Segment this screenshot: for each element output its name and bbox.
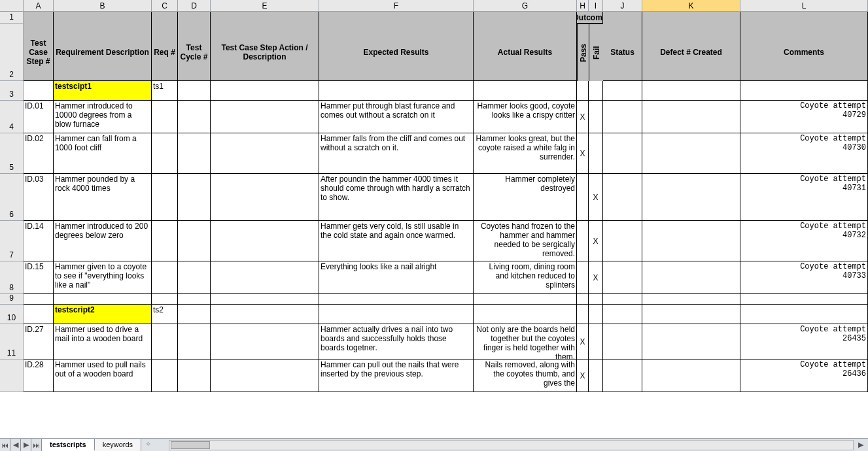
col-header-F[interactable]: F xyxy=(319,0,474,12)
cell-9-L[interactable] xyxy=(740,294,868,305)
cell-9-A[interactable] xyxy=(24,294,54,305)
cell-5-I[interactable] xyxy=(589,133,603,174)
cell-11-C[interactable] xyxy=(152,324,178,359)
cell-5-B[interactable]: Hammer can fall from a 1000 foot cliff xyxy=(54,133,152,174)
cell-9-F[interactable] xyxy=(319,294,474,305)
cell-3-G[interactable] xyxy=(474,81,577,101)
cell-12-E[interactable] xyxy=(211,359,319,392)
cell-11-L[interactable]: Coyote attempt26435 xyxy=(740,324,868,359)
cell-7-L[interactable]: Coyote attempt40732 xyxy=(740,221,868,261)
cell-8-G[interactable]: Living room, dining room and kitchen red… xyxy=(474,261,577,294)
cell-12-H[interactable]: X xyxy=(577,359,589,392)
cell-3-J[interactable] xyxy=(603,81,642,101)
row-header-10[interactable]: 10 xyxy=(0,305,24,324)
cell-10-L[interactable] xyxy=(740,305,868,324)
cell-10-A[interactable] xyxy=(24,305,54,324)
cell-12-B[interactable]: Hammer used to pull nails out of a woode… xyxy=(54,359,152,392)
cell-4-H[interactable]: X xyxy=(577,101,589,133)
col-header-A[interactable]: A xyxy=(24,0,54,12)
cell-9-K[interactable] xyxy=(642,294,740,305)
cell-7-A[interactable]: ID.14 xyxy=(24,221,54,261)
cell-6-F[interactable]: After poundin the hammer 4000 times it s… xyxy=(319,174,474,221)
cell-9-G[interactable] xyxy=(474,294,577,305)
cell-3-C[interactable]: ts1 xyxy=(152,81,178,101)
cell-12-C[interactable] xyxy=(152,359,178,392)
cell-8-H[interactable] xyxy=(577,261,589,294)
cell-4-E[interactable] xyxy=(211,101,319,133)
cell-7-D[interactable] xyxy=(178,221,211,261)
cell-8-A[interactable]: ID.15 xyxy=(24,261,54,294)
cell-6-I[interactable]: X xyxy=(589,174,603,221)
cell-10-I[interactable] xyxy=(589,305,603,324)
cell-4-A[interactable]: ID.01 xyxy=(24,101,54,133)
cell-3-K[interactable] xyxy=(642,81,740,101)
cell-3-H[interactable] xyxy=(577,81,589,101)
cell-6-C[interactable] xyxy=(152,174,178,221)
cell-6-J[interactable] xyxy=(603,174,642,221)
cell-10-B[interactable]: testscript2 xyxy=(54,305,152,324)
cell-7-K[interactable] xyxy=(642,221,740,261)
row-header-1[interactable]: 1 xyxy=(0,12,24,24)
cell-4-C[interactable] xyxy=(152,101,178,133)
cell-10-D[interactable] xyxy=(178,305,211,324)
cell-12-K[interactable] xyxy=(642,359,740,392)
cell-4-F[interactable]: Hammer put through blast furance and com… xyxy=(319,101,474,133)
col-header-L[interactable]: L xyxy=(740,0,868,12)
tab-nav-last[interactable]: ⏭ xyxy=(31,439,42,451)
cell-4-K[interactable] xyxy=(642,101,740,133)
cell-11-D[interactable] xyxy=(178,324,211,359)
cell-5-C[interactable] xyxy=(152,133,178,174)
row-header-5[interactable]: 5 xyxy=(0,133,24,174)
cell-11-E[interactable] xyxy=(211,324,319,359)
col-header-I[interactable]: I xyxy=(589,0,603,12)
cell-11-J[interactable] xyxy=(603,324,642,359)
cell-11-G[interactable]: Not only are the boards held together bu… xyxy=(474,324,577,359)
row-header-4[interactable]: 4 xyxy=(0,101,24,133)
cell-4-J[interactable] xyxy=(603,101,642,133)
horizontal-scroll-thumb[interactable] xyxy=(171,441,210,449)
select-all-corner[interactable] xyxy=(0,0,24,12)
cell-8-I[interactable]: X xyxy=(589,261,603,294)
cell-10-J[interactable] xyxy=(603,305,642,324)
cell-5-F[interactable]: Hammer falls from the cliff and comes ou… xyxy=(319,133,474,174)
cell-4-G[interactable]: Hammer looks good, coyote looks like a c… xyxy=(474,101,577,133)
cell-11-A[interactable]: ID.27 xyxy=(24,324,54,359)
cell-11-F[interactable]: Hammer actually drives a nail into two b… xyxy=(319,324,474,359)
cell-8-C[interactable] xyxy=(152,261,178,294)
cell-8-K[interactable] xyxy=(642,261,740,294)
cell-7-E[interactable] xyxy=(211,221,319,261)
cell-3-D[interactable] xyxy=(178,81,211,101)
cell-11-I[interactable] xyxy=(589,324,603,359)
row-header-2[interactable]: 2 xyxy=(0,24,24,81)
cell-5-D[interactable] xyxy=(178,133,211,174)
row-header-12[interactable] xyxy=(0,359,24,392)
cell-11-H[interactable]: X xyxy=(577,324,589,359)
cell-6-K[interactable] xyxy=(642,174,740,221)
cell-3-I[interactable] xyxy=(589,81,603,101)
cell-7-I[interactable]: X xyxy=(589,221,603,261)
cell-12-L[interactable]: Coyote attempt26436 xyxy=(740,359,868,392)
cell-11-B[interactable]: Hammer used to drive a mail into a woode… xyxy=(54,324,152,359)
cell-5-K[interactable] xyxy=(642,133,740,174)
col-header-G[interactable]: G xyxy=(474,0,577,12)
cell-9-J[interactable] xyxy=(603,294,642,305)
cell-4-B[interactable]: Hammer introduced to 10000 degrees from … xyxy=(54,101,152,133)
cell-7-G[interactable]: Coyotes hand frozen to the hammer and ha… xyxy=(474,221,577,261)
cell-3-F[interactable] xyxy=(319,81,474,101)
cell-4-I[interactable] xyxy=(589,101,603,133)
cell-10-G[interactable] xyxy=(474,305,577,324)
col-header-K[interactable]: K xyxy=(642,0,740,12)
cell-8-E[interactable] xyxy=(211,261,319,294)
cell-8-L[interactable]: Coyote attempt40733 xyxy=(740,261,868,294)
cell-8-J[interactable] xyxy=(603,261,642,294)
tab-nav-first[interactable]: ⏮ xyxy=(0,439,10,451)
cell-10-F[interactable] xyxy=(319,305,474,324)
cell-9-E[interactable] xyxy=(211,294,319,305)
col-header-B[interactable]: B xyxy=(54,0,152,12)
col-header-H[interactable]: H xyxy=(577,0,589,12)
row-header-7[interactable]: 7 xyxy=(0,221,24,261)
cell-10-K[interactable] xyxy=(642,305,740,324)
cell-12-A[interactable]: ID.28 xyxy=(24,359,54,392)
cell-10-H[interactable] xyxy=(577,305,589,324)
cell-3-A[interactable] xyxy=(24,81,54,101)
